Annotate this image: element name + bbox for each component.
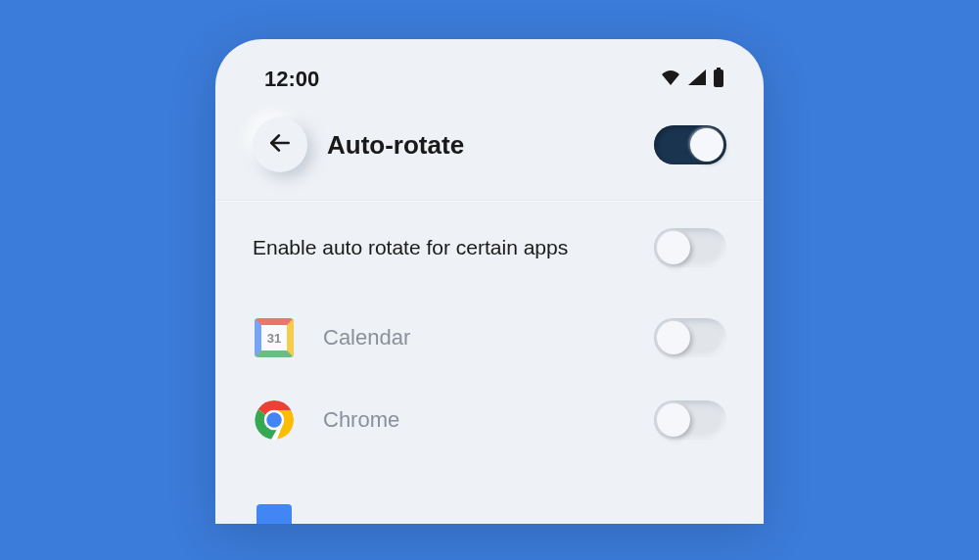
- app-row-calendar: 31 Calendar: [253, 297, 726, 379]
- enable-per-app-row: Enable auto rotate for certain apps: [253, 228, 726, 267]
- docs-app-icon: [253, 481, 296, 524]
- back-button[interactable]: [253, 117, 307, 172]
- app-row-partial: [253, 461, 726, 524]
- toggle-thumb: [657, 231, 690, 264]
- calendar-app-icon: 31: [253, 316, 296, 359]
- app-row-chrome: Chrome: [253, 379, 726, 461]
- toggle-thumb: [657, 403, 690, 437]
- calendar-day-number: 31: [255, 318, 294, 357]
- calendar-toggle[interactable]: [654, 318, 726, 357]
- phone-frame: 12:00 Auto-rotate Enable auto rot: [215, 39, 764, 524]
- auto-rotate-toggle[interactable]: [654, 125, 726, 164]
- enable-per-app-label: Enable auto rotate for certain apps: [253, 236, 568, 259]
- svg-rect-0: [717, 68, 721, 70]
- content: Enable auto rotate for certain apps 31 C…: [215, 201, 764, 524]
- enable-per-app-toggle[interactable]: [654, 228, 726, 267]
- app-label: Calendar: [323, 325, 410, 350]
- status-bar: 12:00: [215, 49, 764, 100]
- status-time: 12:00: [264, 67, 319, 92]
- page-title: Auto-rotate: [327, 130, 634, 161]
- signal-icon: [687, 69, 707, 90]
- wifi-icon: [660, 69, 681, 90]
- arrow-left-icon: [267, 130, 293, 160]
- toggle-thumb: [657, 321, 690, 354]
- svg-rect-1: [714, 70, 723, 87]
- status-icons: [660, 68, 724, 91]
- settings-header: Auto-rotate: [215, 100, 764, 200]
- battery-icon: [713, 68, 724, 91]
- app-label: Chrome: [323, 407, 399, 433]
- chrome-toggle[interactable]: [654, 400, 726, 440]
- toggle-thumb: [690, 128, 723, 162]
- chrome-app-icon: [253, 398, 296, 442]
